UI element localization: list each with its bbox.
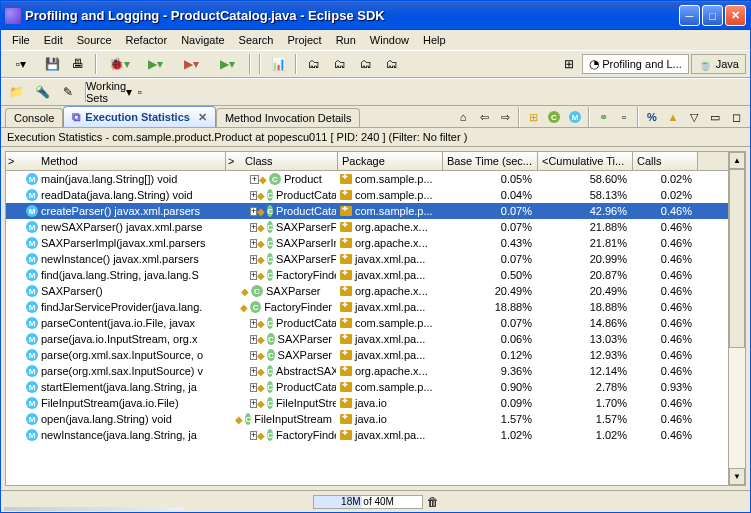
expand-icon[interactable]: + [250,175,259,184]
table-row[interactable]: Mopen(java.lang.String) void◆CFileInputS… [6,411,728,427]
method-icon: M [26,205,38,217]
table-row[interactable]: MSAXParser()◆CSAXParserorg.apache.x...20… [6,283,728,299]
cell-cumulative-time: 58.13% [536,187,631,203]
tool-c[interactable]: 🗂 [329,53,351,75]
menu-refactor[interactable]: Refactor [119,32,175,48]
back-button[interactable]: ⇦ [474,108,494,126]
wand-button[interactable]: ✎ [57,81,79,103]
external-tools-button[interactable]: ▶▾ [175,53,207,75]
tab-execution-statistics[interactable]: ⧉ Execution Statistics ✕ [63,106,216,127]
tool-a[interactable]: 📊 [267,53,289,75]
col-base-time[interactable]: Base Time (sec... [443,152,538,170]
expand-icon[interactable]: + [250,223,257,232]
max-view-button[interactable]: ◻ [726,108,746,126]
expand-icon[interactable]: + [250,351,257,360]
tool-e[interactable]: 🗂 [381,53,403,75]
maximize-button[interactable]: □ [702,5,723,26]
menu-source[interactable]: Source [70,32,119,48]
min-view-button[interactable]: ▭ [705,108,725,126]
window-close-button[interactable]: ✕ [725,5,746,26]
table-row[interactable]: MnewInstance(java.lang.String, ja+◆CFact… [6,427,728,443]
home-button[interactable]: ⌂ [453,108,473,126]
menu-edit[interactable]: Edit [37,32,70,48]
case-button[interactable]: ▫ [614,108,634,126]
menu-search[interactable]: Search [232,32,281,48]
col-tree2[interactable]: > [226,152,241,170]
profile-button[interactable]: ▶▾ [211,53,243,75]
debug-button[interactable]: 🐞▾ [103,53,135,75]
trash-icon[interactable]: 🗑 [427,495,439,509]
expand-icon[interactable]: + [250,207,257,216]
scroll-thumb[interactable] [729,169,745,348]
save-button[interactable]: 💾 [41,53,63,75]
minimize-button[interactable]: ─ [679,5,700,26]
table-row[interactable]: McreateParser() javax.xml.parsers+◆CProd… [6,203,728,219]
menu-project[interactable]: Project [280,32,328,48]
run-button[interactable]: ▶▾ [139,53,171,75]
perspective-profiling[interactable]: ◔ Profiling and L... [582,54,689,74]
table-row[interactable]: MparseContent(java.io.File, javax+◆CProd… [6,315,728,331]
menu-navigate[interactable]: Navigate [174,32,231,48]
percent-button[interactable]: % [642,108,662,126]
table-row[interactable]: Mfind(java.lang.String, java.lang.S+◆CFa… [6,267,728,283]
table-row[interactable]: MnewInstance() javax.xml.parsers+◆CSAXPa… [6,251,728,267]
col-class[interactable]: Class [241,152,338,170]
col-tree[interactable]: > [6,152,21,170]
expand-icon[interactable]: + [250,383,257,392]
table-row[interactable]: Mmain(java.lang.String[]) void+◆CProduct… [6,171,728,187]
vertical-scrollbar[interactable]: ▲ ▼ [728,152,745,485]
table-row[interactable]: MnewSAXParser() javax.xml.parse+◆CSAXPar… [6,219,728,235]
expand-icon[interactable]: + [250,191,257,200]
ws-config-button[interactable]: ▫ [129,81,151,103]
scroll-down-button[interactable]: ▼ [729,468,745,485]
table-row[interactable]: MFileInputStream(java.io.File)+◆CFileInp… [6,395,728,411]
col-calls[interactable]: Calls [633,152,698,170]
close-icon[interactable]: ✕ [198,111,207,124]
expand-icon[interactable]: + [250,399,257,408]
expand-icon[interactable]: + [250,239,257,248]
tool-d[interactable]: 🗂 [355,53,377,75]
grid-button[interactable]: ⊞ [523,108,543,126]
memory-bar[interactable]: 18M of 40M [313,495,423,509]
tool-b[interactable]: 🗂 [303,53,325,75]
expand-icon[interactable]: + [250,255,257,264]
table-row[interactable]: MstartElement(java.lang.String, ja+◆CPro… [6,379,728,395]
scroll-track[interactable] [729,169,745,468]
tab-console[interactable]: Console [5,108,63,127]
expand-icon[interactable]: + [250,367,257,376]
table-row[interactable]: Mparse(java.io.InputStream, org.x+◆CSAXP… [6,331,728,347]
col-package[interactable]: Package [338,152,443,170]
titlebar[interactable]: Profiling and Logging - ProductCatalog.j… [1,1,750,30]
expand-icon[interactable]: + [250,319,257,328]
menu-help[interactable]: Help [416,32,453,48]
menu-run[interactable]: Run [329,32,363,48]
open-perspective-button[interactable]: ⊞ [558,53,580,75]
table-row[interactable]: Mparse(org.xml.sax.InputSource) v+◆CAbst… [6,363,728,379]
delta-button[interactable]: ▲ [663,108,683,126]
expand-icon[interactable]: + [250,335,257,344]
col-cumulative-time[interactable]: <Cumulative Ti... [538,152,633,170]
menu-window[interactable]: Window [363,32,416,48]
col-method[interactable]: Method [21,152,226,170]
table-row[interactable]: Mparse(org.xml.sax.InputSource, o+◆CSAXP… [6,347,728,363]
scroll-up-button[interactable]: ▲ [729,152,745,169]
folder-button[interactable]: 📁 [5,81,27,103]
link-button[interactable]: ⚭ [593,108,613,126]
perspective-java[interactable]: 🍵 Java [691,54,746,74]
print-button[interactable]: 🖶 [67,53,89,75]
table-row[interactable]: MfindJarServiceProvider(java.lang.◆CFact… [6,299,728,315]
working-sets-button[interactable]: Working Sets ▾ [93,81,125,103]
table-row[interactable]: MSAXParserImpl(javax.xml.parsers+◆CSAXPa… [6,235,728,251]
search-button[interactable]: 🔦 [31,81,53,103]
method-button[interactable]: M [565,108,585,126]
percent-icon: % [647,111,657,123]
new-button[interactable]: ▫▾ [5,53,37,75]
expand-icon[interactable]: + [250,431,257,440]
table-row[interactable]: MreadData(java.lang.String) void+◆CProdu… [6,187,728,203]
fwd-button[interactable]: ⇨ [495,108,515,126]
expand-icon[interactable]: + [250,271,257,280]
class-button[interactable]: C [544,108,564,126]
tab-method-invocation[interactable]: Method Invocation Details [216,108,361,127]
menu-button[interactable]: ▽ [684,108,704,126]
menu-file[interactable]: File [5,32,37,48]
